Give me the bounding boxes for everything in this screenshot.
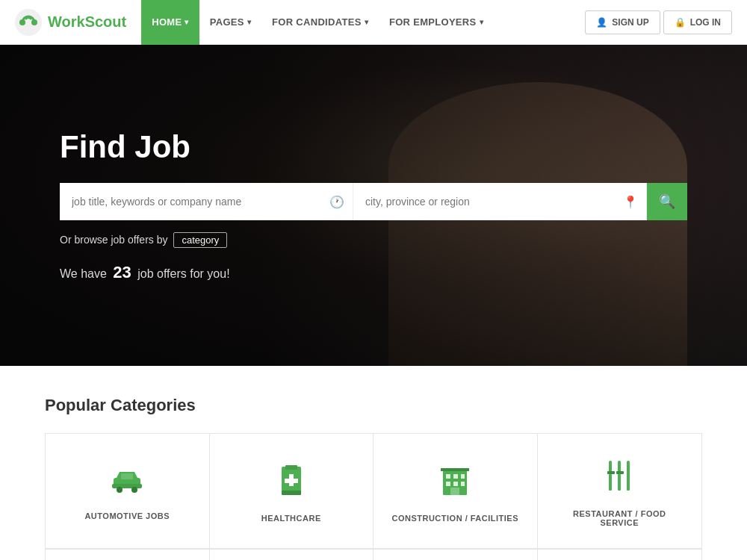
chevron-down-icon: ▾ bbox=[185, 18, 188, 26]
svg-rect-22 bbox=[450, 488, 459, 495]
categories-row2: ⚙️ 💼 📐 🌿 bbox=[45, 550, 702, 560]
svg-rect-7 bbox=[121, 473, 133, 479]
svg-rect-26 bbox=[607, 471, 615, 474]
login-button[interactable]: 🔒 LOG IN bbox=[663, 10, 732, 34]
category-card-row2-3[interactable]: 📐 bbox=[374, 550, 538, 560]
user-icon: 👤 bbox=[596, 17, 607, 28]
location-search-wrap: 📍 bbox=[353, 183, 647, 220]
nav-pages[interactable]: PAGES ▾ bbox=[199, 0, 261, 45]
svg-rect-10 bbox=[285, 465, 297, 470]
category-label-automotive: AUTOMOTIVE JOBS bbox=[84, 511, 170, 520]
svg-rect-27 bbox=[616, 471, 624, 474]
lock-icon: 🔒 bbox=[675, 17, 686, 28]
category-card-row2-2[interactable]: 💼 bbox=[210, 550, 374, 560]
signup-button[interactable]: 👤 SIGN UP bbox=[585, 10, 660, 34]
svg-rect-20 bbox=[453, 482, 458, 486]
chevron-down-icon: ▾ bbox=[247, 18, 251, 26]
location-icon: 📍 bbox=[623, 194, 638, 208]
category-card-row2-4[interactable]: 🌿 bbox=[538, 550, 702, 560]
header: WorkScout HOME ▾ PAGES ▾ FOR CANDIDATES … bbox=[0, 0, 747, 45]
svg-rect-30 bbox=[627, 464, 630, 491]
nav-employers[interactable]: FOR EMPLOYERS ▾ bbox=[379, 0, 494, 45]
logo[interactable]: WorkScout bbox=[15, 9, 126, 36]
main-nav: HOME ▾ PAGES ▾ FOR CANDIDATES ▾ FOR EMPL… bbox=[141, 0, 585, 45]
category-label-construction: CONSTRUCTION / FACILITIES bbox=[391, 514, 518, 523]
chevron-down-icon: ▾ bbox=[480, 18, 483, 26]
svg-point-6 bbox=[131, 487, 137, 493]
building-icon bbox=[441, 465, 469, 503]
nav-home[interactable]: HOME ▾ bbox=[141, 0, 199, 45]
location-search-input[interactable] bbox=[353, 183, 647, 220]
category-card-automotive[interactable]: AUTOMOTIVE JOBS bbox=[46, 434, 210, 549]
svg-rect-21 bbox=[461, 482, 465, 486]
keyword-search-wrap: 🕐 bbox=[60, 183, 353, 220]
svg-rect-4 bbox=[112, 484, 142, 488]
clock-icon: 🕐 bbox=[329, 194, 344, 208]
svg-rect-16 bbox=[446, 474, 450, 479]
categories-title: Popular Categories bbox=[45, 396, 702, 415]
category-card-construction[interactable]: CONSTRUCTION / FACILITIES bbox=[374, 434, 538, 549]
hero-section: Find Job 🕐 📍 🔍 Or browse job offers by c… bbox=[0, 45, 747, 366]
chevron-down-icon: ▾ bbox=[365, 18, 368, 26]
category-card-healthcare[interactable]: HEALTHCARE bbox=[210, 434, 374, 549]
search-icon: 🔍 bbox=[659, 193, 675, 210]
svg-rect-13 bbox=[282, 491, 301, 495]
category-label-healthcare: HEALTHCARE bbox=[261, 514, 321, 523]
svg-point-0 bbox=[15, 9, 42, 36]
category-card-restaurant[interactable]: RESTAURANT / FOOD SERVICE bbox=[538, 434, 702, 549]
svg-rect-19 bbox=[446, 482, 450, 486]
nav-auth: 👤 SIGN UP 🔒 LOG IN bbox=[585, 10, 732, 34]
svg-rect-12 bbox=[285, 479, 298, 483]
browse-text: Or browse job offers by category bbox=[60, 232, 687, 248]
nav-candidates[interactable]: FOR CANDIDATES ▾ bbox=[261, 0, 379, 45]
svg-point-2 bbox=[31, 19, 37, 25]
svg-rect-29 bbox=[618, 474, 621, 491]
svg-point-5 bbox=[117, 487, 123, 493]
logo-text: WorkScout bbox=[48, 13, 126, 31]
hero-title: Find Job bbox=[60, 129, 687, 165]
car-icon bbox=[111, 467, 143, 501]
svg-rect-28 bbox=[609, 474, 612, 491]
category-badge[interactable]: category bbox=[173, 232, 227, 248]
logo-icon bbox=[15, 9, 42, 36]
job-count: 23 bbox=[113, 263, 131, 281]
svg-rect-17 bbox=[453, 474, 458, 479]
job-count-text: We have 23 job offers for you! bbox=[60, 263, 687, 282]
categories-grid: AUTOMOTIVE JOBS HEALTHCARE bbox=[45, 433, 702, 550]
category-card-row2-1[interactable]: ⚙️ bbox=[46, 550, 210, 560]
search-button[interactable]: 🔍 bbox=[647, 183, 687, 220]
svg-point-1 bbox=[19, 19, 25, 25]
keyword-search-input[interactable] bbox=[60, 183, 353, 220]
search-bar: 🕐 📍 🔍 bbox=[60, 183, 687, 220]
category-label-restaurant: RESTAURANT / FOOD SERVICE bbox=[553, 509, 687, 527]
svg-rect-18 bbox=[461, 474, 465, 479]
hero-content: Find Job 🕐 📍 🔍 Or browse job offers by c… bbox=[60, 129, 687, 282]
healthcare-icon bbox=[277, 465, 306, 503]
categories-section: Popular Categories AUTOMOTIVE JOBS bbox=[0, 366, 747, 560]
svg-rect-15 bbox=[441, 468, 469, 471]
restaurant-icon bbox=[606, 461, 633, 499]
